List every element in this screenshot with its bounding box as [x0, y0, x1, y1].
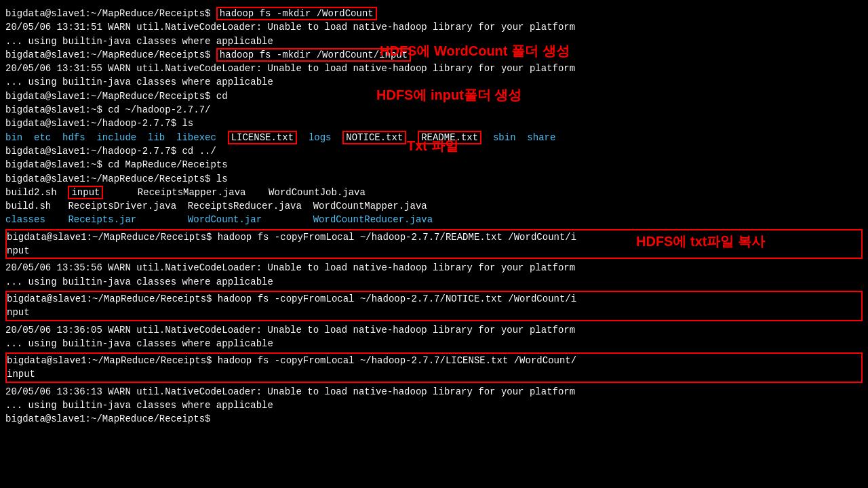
terminal-line: nput: [7, 306, 861, 319]
license-txt: LICENSE.txt: [228, 131, 297, 144]
terminal-line: bigdata@slave1:~/MapReduce/Receipts$ had…: [5, 7, 863, 20]
terminal-window: bigdata@slave1:~/MapReduce/Receipts$ had…: [0, 0, 868, 488]
terminal-line: 20/05/06 13:31:55 WARN util.NativeCodeLo…: [5, 62, 863, 75]
annotation-wordcount: HDFS에 WordCount 폴더 생성: [380, 42, 570, 60]
terminal-line: bigdata@slave1:~$ cd MapReduce/Receipts: [5, 158, 863, 171]
terminal-line: bigdata@slave1:~/MapReduce/Receipts$ had…: [7, 354, 861, 367]
copy-notice-block: bigdata@slave1:~/MapReduce/Receipts$ had…: [5, 291, 863, 321]
annotation-input: HDFS에 input폴더 생성: [376, 86, 521, 104]
cmd-highlight: hadoop fs -mkdir /WordCount: [216, 7, 377, 20]
terminal-line: bigdata@slave1:~/MapReduce/Receipts$ had…: [7, 292, 861, 306]
terminal-line: 20/05/06 13:36:05 WARN util.NativeCodeLo…: [5, 323, 863, 337]
terminal-line: 20/05/06 13:31:51 WARN util.NativeCodeLo…: [5, 20, 863, 34]
terminal-line: classes Receipts.jar WordCount.jar WordC…: [5, 213, 863, 226]
copy-license-block: bigdata@slave1:~/MapReduce/Receipts$ had…: [5, 352, 863, 383]
terminal-line: build2.sh input ReceiptsMapper.java Word…: [5, 186, 863, 199]
notice-txt: NOTICE.txt: [342, 131, 406, 144]
terminal-line: bigdata@slave1:~/MapReduce/Receipts$: [5, 412, 863, 426]
annotation-txt: Txt 파일: [407, 137, 458, 155]
terminal-line: 20/05/06 13:35:56 WARN util.NativeCodeLo…: [5, 261, 863, 274]
terminal-line: 20/05/06 13:36:13 WARN util.NativeCodeLo…: [5, 385, 863, 399]
terminal-line: bigdata@slave1:~$ cd ~/hadoop-2.7.7/: [5, 103, 863, 117]
terminal-line: bigdata@slave1:~/hadoop-2.7.7$ ls: [5, 117, 863, 130]
terminal-line: build.sh ReceiptsDriver.java ReceiptsRed…: [5, 199, 863, 213]
input-highlight: input: [68, 186, 103, 199]
terminal-line: ... using builtin-java classes where app…: [5, 337, 863, 350]
terminal-line: input: [7, 367, 861, 381]
terminal-line: bigdata@slave1:~/MapReduce/Receipts$ ls: [5, 172, 863, 186]
annotation-copy: HDFS에 txt파일 복사: [636, 232, 765, 251]
terminal-line: ... using builtin-java classes where app…: [5, 399, 863, 412]
terminal-line: ... using builtin-java classes where app…: [5, 275, 863, 289]
